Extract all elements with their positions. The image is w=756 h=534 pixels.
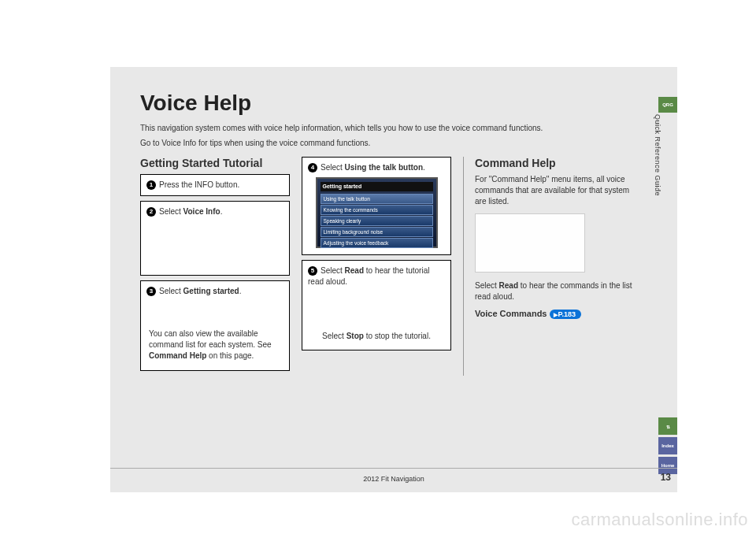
step-1-box: 1Press the INFO button. bbox=[140, 174, 290, 196]
side-tab-qrg[interactable]: QRG bbox=[658, 97, 677, 113]
side-tab-index[interactable]: Index bbox=[658, 437, 677, 454]
command-help-read: Select Read to hear the commands in the … bbox=[475, 280, 642, 302]
nav-screenshot-item-2: Knowing the commands bbox=[321, 205, 433, 215]
section-side-label: Quick Reference Guide bbox=[654, 114, 662, 196]
step-1-text: Press the INFO button. bbox=[159, 180, 239, 189]
step-4-post: . bbox=[423, 163, 425, 172]
step-5-bold1: Read bbox=[345, 266, 364, 275]
side-tab-voice[interactable]: ⇅ bbox=[658, 417, 677, 435]
step-3-note-bold: Command Help bbox=[149, 351, 206, 360]
side-tabs: ⇅ Index Home bbox=[658, 417, 677, 474]
nav-screenshot-header: Getting started bbox=[321, 182, 433, 191]
command-help-body: For "Command Help" menu items, all voice… bbox=[475, 174, 642, 207]
step-2-post: . bbox=[220, 207, 223, 216]
voice-commands-link-row: Voice Commands P.183 bbox=[475, 309, 642, 319]
column-tutorial-b: 4Select Using the talk button. Getting s… bbox=[302, 157, 451, 376]
tutorial-heading: Getting Started Tutorial bbox=[140, 157, 290, 169]
step-3-note: You can also view the available command … bbox=[146, 328, 284, 362]
step-5-stop-bold: Stop bbox=[346, 332, 364, 340]
nav-screenshot: Getting started Using the talk button Kn… bbox=[316, 177, 438, 248]
intro-line-2: Go to Voice Info for tips when using the… bbox=[140, 137, 642, 149]
column-tutorial-a: Getting Started Tutorial 1Press the INFO… bbox=[140, 157, 290, 376]
nav-screenshot-item-3: Speaking clearly bbox=[321, 216, 433, 226]
watermark: carmanualsonline.info bbox=[571, 510, 748, 530]
step-2-bold: Voice Info bbox=[183, 207, 220, 216]
step-3-note-b: on this page. bbox=[206, 351, 254, 360]
step-4-box: 4Select Using the talk button. Getting s… bbox=[302, 157, 451, 255]
step-3-number: 3 bbox=[146, 287, 156, 296]
step-3-bold: Getting started bbox=[183, 287, 239, 295]
step-3-post: . bbox=[239, 287, 242, 295]
step-1-number: 1 bbox=[146, 180, 156, 190]
step-2-box: 2Select Voice Info. bbox=[140, 201, 290, 276]
page-number: 13 bbox=[661, 472, 671, 483]
step-3-note-a: You can also view the available command … bbox=[149, 329, 272, 349]
page-footer: 2012 Fit Navigation 13 bbox=[110, 468, 677, 483]
step-5-number: 5 bbox=[308, 266, 317, 276]
step-5-stop-post: to stop the tutorial. bbox=[364, 332, 431, 340]
manual-page: QRG Quick Reference Guide Voice Help Thi… bbox=[110, 67, 677, 492]
nav-screenshot-item-1: Using the talk button bbox=[321, 194, 433, 204]
step-5-stop-pre: Select bbox=[322, 332, 346, 340]
step-2-number: 2 bbox=[146, 207, 156, 217]
cmd-read-bold: Read bbox=[499, 281, 518, 290]
page-title: Voice Help bbox=[140, 91, 642, 116]
command-help-heading: Command Help bbox=[475, 157, 642, 169]
voice-commands-label: Voice Commands bbox=[475, 309, 550, 318]
cmd-read-pre: Select bbox=[475, 281, 499, 290]
step-4-number: 4 bbox=[308, 163, 317, 172]
step-4-bold: Using the talk button bbox=[345, 163, 423, 172]
content-columns: Getting Started Tutorial 1Press the INFO… bbox=[140, 157, 642, 376]
step-3-box: 3Select Getting started. You can also vi… bbox=[140, 280, 290, 371]
step-3-pre: Select bbox=[159, 287, 183, 295]
nav-screenshot-item-4: Limiting background noise bbox=[321, 227, 433, 237]
step-2-pre: Select bbox=[159, 207, 183, 216]
footer-model-label: 2012 Fit Navigation bbox=[363, 475, 424, 483]
step-5-stop-note: Select Stop to stop the tutorial. bbox=[308, 331, 445, 342]
intro-line-1: This navigation system comes with voice … bbox=[140, 122, 642, 134]
page-reference-pill[interactable]: P.183 bbox=[550, 310, 581, 319]
nav-screenshot-item-5: Adjusting the voice feedback bbox=[321, 238, 433, 248]
step-4-pre: Select bbox=[321, 163, 345, 172]
column-command-help: Command Help For "Command Help" menu ite… bbox=[463, 157, 642, 376]
step-5-box: 5Select Read to hear the tutorial read a… bbox=[302, 260, 451, 350]
step-5-pre1: Select bbox=[321, 266, 345, 275]
command-help-screenshot bbox=[475, 213, 585, 273]
